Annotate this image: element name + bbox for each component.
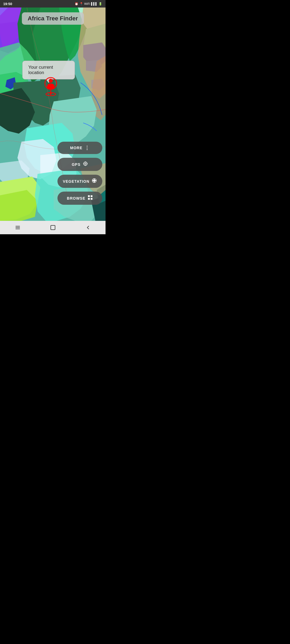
svg-rect-14 bbox=[91, 195, 93, 197]
gps-marker bbox=[43, 76, 59, 97]
map-buttons: MORE ⋮ GPS VEGETATION bbox=[57, 142, 102, 205]
wifi-icon: WiFi bbox=[84, 2, 90, 5]
home-button[interactable] bbox=[46, 222, 60, 233]
svg-rect-16 bbox=[91, 198, 93, 200]
alarm-icon: ⏰ bbox=[75, 2, 78, 6]
nav-bar bbox=[0, 221, 106, 234]
gps-button[interactable]: GPS bbox=[57, 158, 102, 171]
signal-icon: ▌▌▌ bbox=[91, 2, 97, 5]
vegetation-icon bbox=[92, 178, 97, 185]
vegetation-button[interactable]: VEGETATION bbox=[57, 175, 102, 188]
more-icon: ⋮ bbox=[85, 145, 90, 151]
browse-icon bbox=[88, 195, 93, 202]
status-time: 19:50 bbox=[3, 2, 12, 6]
app-title: Africa Tree Finder bbox=[28, 15, 78, 22]
svg-point-2 bbox=[49, 79, 53, 83]
svg-rect-20 bbox=[51, 225, 55, 230]
recent-apps-button[interactable] bbox=[11, 222, 24, 233]
browse-button[interactable]: BROWSE bbox=[57, 192, 102, 205]
status-icons: ⏰ 📍 WiFi ▌▌▌ 🔋 bbox=[75, 2, 102, 6]
svg-rect-15 bbox=[88, 198, 90, 200]
back-button[interactable] bbox=[81, 222, 95, 233]
svg-point-5 bbox=[84, 162, 87, 165]
more-label: MORE bbox=[70, 146, 82, 150]
gps-label: GPS bbox=[72, 162, 81, 167]
app-title-bubble: Africa Tree Finder bbox=[22, 12, 84, 25]
svg-rect-13 bbox=[88, 195, 90, 197]
map-area[interactable]: Africa Tree Finder Your current location… bbox=[0, 8, 106, 221]
gps-icon bbox=[83, 161, 88, 168]
status-bar: 19:50 ⏰ 📍 WiFi ▌▌▌ 🔋 bbox=[0, 0, 106, 8]
location-tooltip-text: Your current location bbox=[28, 65, 53, 75]
browse-label: BROWSE bbox=[67, 196, 85, 200]
battery-icon: 🔋 bbox=[99, 2, 102, 6]
more-button[interactable]: MORE ⋮ bbox=[57, 142, 102, 154]
vegetation-label: VEGETATION bbox=[63, 179, 89, 184]
location-icon: 📍 bbox=[79, 2, 83, 6]
svg-point-6 bbox=[85, 163, 86, 164]
